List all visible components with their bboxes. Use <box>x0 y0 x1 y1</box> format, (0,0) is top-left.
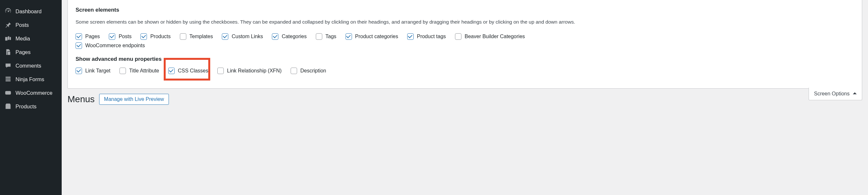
sidebar-item-label: Posts <box>16 22 29 28</box>
sidebar-item-dashboard[interactable]: Dashboard <box>0 4 62 18</box>
advanced-property-checkbox-label: CSS Classes <box>178 68 208 74</box>
screen-element-checkbox[interactable]: Templates <box>180 33 213 40</box>
screen-element-checkbox-label: Tags <box>326 34 337 39</box>
advanced-property-checkbox[interactable]: Title Attribute <box>120 67 159 74</box>
screen-element-checkbox-input[interactable] <box>75 33 82 40</box>
sidebar-item-media[interactable]: Media <box>0 32 62 45</box>
app-root: Dashboard Posts Media Pages Comments <box>0 0 868 195</box>
screen-elements-heading: Screen elements <box>75 7 854 13</box>
screen-element-checkbox-input[interactable] <box>141 33 147 40</box>
screen-element-checkbox[interactable]: Posts <box>109 33 131 40</box>
advanced-properties-heading: Show advanced menu properties <box>75 56 854 62</box>
screen-element-checkbox-input[interactable] <box>109 33 115 40</box>
page-title: Menus <box>67 94 95 105</box>
woocommerce-icon <box>4 89 11 96</box>
screen-element-checkbox-input[interactable] <box>316 33 322 40</box>
screen-options-panel: Screen elements Some screen elements can… <box>67 0 862 89</box>
screen-element-checkbox-label: Categories <box>282 34 306 39</box>
advanced-property-checkbox[interactable]: Description <box>290 67 326 74</box>
screen-options-label: Screen Options <box>814 91 849 97</box>
manage-live-preview-button[interactable]: Manage with Live Preview <box>99 94 169 105</box>
screen-element-checkbox[interactable]: Beaver Builder Categories <box>455 33 525 40</box>
screen-element-checkbox-label: Templates <box>190 34 213 39</box>
advanced-property-checkbox-input[interactable] <box>290 67 297 74</box>
screen-element-checkbox-label: Product tags <box>417 34 446 39</box>
screen-element-checkbox[interactable]: Pages <box>75 33 100 40</box>
sidebar-item-woocommerce[interactable]: WooCommerce <box>0 86 62 100</box>
advanced-property-checkbox-input[interactable] <box>168 67 175 74</box>
gauge-icon <box>4 8 11 15</box>
svg-rect-0 <box>5 91 11 95</box>
advanced-property-checkbox-label: Link Target <box>85 68 111 74</box>
sidebar-item-products[interactable]: Products <box>0 100 62 113</box>
screen-element-checkbox-label: Posts <box>119 34 131 39</box>
sidebar-item-label: WooCommerce <box>16 90 52 96</box>
screen-element-checkbox-input[interactable] <box>222 33 228 40</box>
advanced-property-checkbox[interactable]: CSS Classes <box>168 67 208 74</box>
sidebar-item-pages[interactable]: Pages <box>0 45 62 59</box>
sidebar-item-label: Pages <box>16 50 31 55</box>
advanced-property-checkbox-label: Title Attribute <box>129 68 159 74</box>
screen-element-checkbox-label: Pages <box>85 34 100 39</box>
screen-element-checkbox-input[interactable] <box>272 33 278 40</box>
main-content: Screen elements Some screen elements can… <box>62 0 868 195</box>
caret-up-icon <box>853 91 857 97</box>
screen-element-checkbox[interactable]: WooCommerce endpoints <box>75 43 145 49</box>
screen-options-toggle[interactable]: Screen Options <box>809 88 862 100</box>
screen-elements-checkboxes-overflow: WooCommerce endpoints <box>75 43 854 49</box>
sidebar-item-label: Media <box>16 36 30 41</box>
sidebar-item-label: Comments <box>16 63 41 68</box>
screen-element-checkbox-input[interactable] <box>75 43 82 49</box>
advanced-property-checkbox-input[interactable] <box>120 67 126 74</box>
advanced-property-checkbox-input[interactable] <box>217 67 224 74</box>
screen-element-checkbox-input[interactable] <box>407 33 414 40</box>
sidebar-item-label: Ninja Forms <box>16 77 44 82</box>
sidebar-item-label: Dashboard <box>16 9 42 14</box>
screen-element-checkbox[interactable]: Products <box>141 33 170 40</box>
screen-element-checkbox[interactable]: Tags <box>316 33 337 40</box>
advanced-property-checkbox[interactable]: Link Target <box>75 67 111 74</box>
product-icon <box>4 103 11 110</box>
pin-icon <box>4 21 11 28</box>
sidebar-item-label: Products <box>16 104 36 109</box>
screen-element-checkbox-label: Custom Links <box>231 34 263 39</box>
page-titlebar: Menus Manage with Live Preview <box>67 94 862 105</box>
advanced-property-checkbox[interactable]: Link Relationship (XFN) <box>217 67 282 74</box>
screen-element-checkbox-input[interactable] <box>345 33 352 40</box>
screen-element-checkbox-input[interactable] <box>455 33 461 40</box>
screen-element-checkbox[interactable]: Categories <box>272 33 306 40</box>
sidebar-item-comments[interactable]: Comments <box>0 59 62 73</box>
advanced-property-checkbox-input[interactable] <box>75 67 82 74</box>
media-icon <box>4 35 11 42</box>
screen-elements-description: Some screen elements can be shown or hid… <box>75 19 854 26</box>
sidebar-item-posts[interactable]: Posts <box>0 18 62 32</box>
sidebar-item-ninja-forms[interactable]: Ninja Forms <box>0 73 62 86</box>
comment-icon <box>4 62 11 69</box>
screen-element-checkbox-label: Product categories <box>355 34 398 39</box>
advanced-property-checkbox-label: Link Relationship (XFN) <box>227 68 282 74</box>
screen-element-checkbox-label: Products <box>150 34 170 39</box>
form-icon <box>4 76 11 83</box>
screen-element-checkbox[interactable]: Product categories <box>345 33 398 40</box>
screen-element-checkbox[interactable]: Custom Links <box>222 33 263 40</box>
advanced-properties-checkboxes: Link TargetTitle AttributeCSS ClassesLin… <box>75 67 854 74</box>
screen-element-checkbox[interactable]: Product tags <box>407 33 446 40</box>
screen-element-checkbox-label: Beaver Builder Categories <box>465 34 525 39</box>
screen-elements-checkboxes: PagesPostsProductsTemplatesCustom LinksC… <box>75 33 854 40</box>
screen-element-checkbox-input[interactable] <box>180 33 186 40</box>
advanced-property-checkbox-label: Description <box>300 68 326 74</box>
screen-element-checkbox-label: WooCommerce endpoints <box>85 43 145 48</box>
admin-sidebar: Dashboard Posts Media Pages Comments <box>0 0 62 195</box>
pages-icon <box>4 49 11 56</box>
